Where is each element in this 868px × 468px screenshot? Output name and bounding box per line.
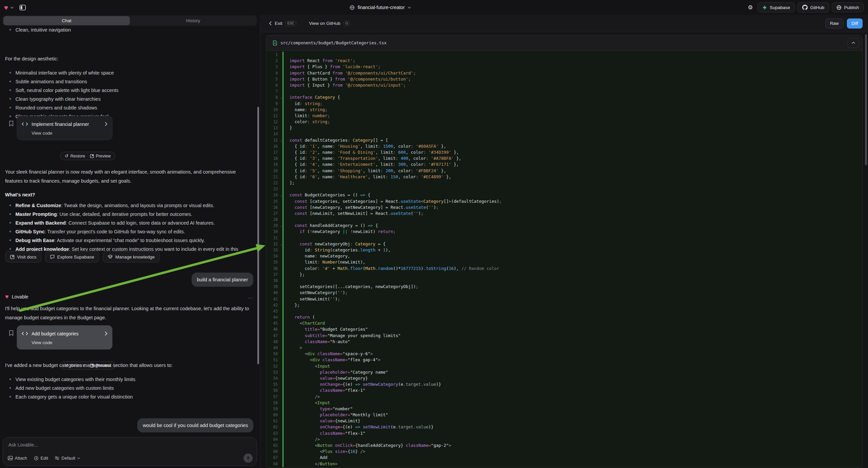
code-line: 42 }; xyxy=(266,302,862,308)
settings-button[interactable]: ⚙ xyxy=(746,2,755,12)
code-scrollbar[interactable] xyxy=(865,34,867,165)
user-message-bubble: would be cool if you could add budget ca… xyxy=(137,418,253,432)
list-item: Debug with Ease: Activate our experiment… xyxy=(5,236,251,245)
code-line: 55 onChange={(e) => setNewCategory(e.tar… xyxy=(266,381,862,387)
image-icon xyxy=(8,456,13,460)
version-card-title: Add budget categories xyxy=(32,331,101,337)
chat-action-buttons: Visit docs Explore Supabase Manage knowl… xyxy=(5,251,160,263)
code-line: 66 <Plus size={16} /> xyxy=(266,448,862,455)
code-line: 39 setCategories([...categories, newCate… xyxy=(266,284,862,290)
code-line: 52 <Input xyxy=(266,363,862,369)
chat-input[interactable] xyxy=(8,442,251,447)
code-line: 16 { id: '1', name: 'Housing', limit: 15… xyxy=(266,143,862,149)
diff-file-card: src/components/budget/BudgetCategories.t… xyxy=(266,35,863,468)
tab-history[interactable]: History xyxy=(130,16,256,25)
view-code-link[interactable]: View code xyxy=(22,128,107,138)
attach-button[interactable]: Attach xyxy=(8,456,27,461)
added-bullet-list: View existing budget categories with the… xyxy=(5,375,251,401)
file-header[interactable]: src/components/budget/BudgetCategories.t… xyxy=(266,35,862,51)
code-line: 22]; xyxy=(266,180,862,186)
chevron-down-icon xyxy=(408,6,411,9)
send-button[interactable] xyxy=(244,454,253,463)
user-message-bubble: build a financial planner xyxy=(192,273,253,287)
list-item: Minimalist interface with plenty of whit… xyxy=(5,68,251,77)
diff-toggle-button[interactable]: Diff xyxy=(847,19,863,29)
supabase-button[interactable]: Supabase xyxy=(757,2,795,12)
target-icon xyxy=(34,456,39,461)
explore-supabase-button[interactable]: Explore Supabase xyxy=(45,251,99,263)
code-line: 56 className="flex-1" xyxy=(266,387,862,393)
code-toolbar: Exit ESC View on GitHub G Raw Diff xyxy=(260,15,868,32)
code-line: 10 name: string; xyxy=(266,107,862,113)
code-line: 40 setNewCategory(''); xyxy=(266,290,862,296)
bookmark-icon[interactable] xyxy=(9,330,14,336)
chat-history-tabs: Chat History xyxy=(3,16,257,26)
assistant-name: Lovable xyxy=(12,294,28,299)
list-item: Master Prompting: Use clear, detailed, a… xyxy=(5,210,251,218)
version-card-implement-financial-planner[interactable]: Implement financial planner View code xyxy=(17,116,113,140)
ready-paragraph: Your sleek financial planner is now read… xyxy=(5,168,251,186)
code-line: 26 const [newCategory, setNewCategory] =… xyxy=(266,204,862,210)
exit-button[interactable]: Exit ESC xyxy=(269,21,296,26)
code-line: 15⌄const defaultCategories: Category[] =… xyxy=(266,137,862,143)
project-name: financial-future-creator xyxy=(358,5,405,10)
code-line: 36 color: '#' + Math.floor(Math.random()… xyxy=(266,266,862,272)
collapse-file-button[interactable] xyxy=(847,38,859,48)
chat-panel: Chat History Clean, intuitive navigation… xyxy=(0,15,260,468)
code-line: 8⌄interface Category { xyxy=(266,94,862,100)
view-code-link[interactable]: View code xyxy=(22,338,107,347)
code-line: 45 <ChartCard xyxy=(266,320,862,326)
code-icon xyxy=(22,332,28,335)
gear-icon: ⚙ xyxy=(748,4,753,11)
code-line: 50 <div className="space-y-6"> xyxy=(266,351,862,357)
raw-toggle-button[interactable]: Raw xyxy=(826,19,843,29)
top-bar: ♥ financial-future-creator ⚙ Supabase Gi… xyxy=(0,0,868,15)
publish-button[interactable]: Publish xyxy=(832,2,864,12)
edit-button[interactable]: Edit xyxy=(34,456,48,461)
view-on-github-button[interactable]: View on GitHub G xyxy=(309,21,350,26)
tab-chat[interactable]: Chat xyxy=(3,16,130,25)
supabase-icon xyxy=(762,5,767,10)
assistant-header: ♥ Lovable … xyxy=(5,293,253,300)
chevron-left-icon xyxy=(269,21,272,26)
added-paragraph: I've added a new budget categories manag… xyxy=(5,361,251,370)
code-line: 33 id: String(categories.length + 1), xyxy=(266,247,862,253)
project-switcher[interactable]: financial-future-creator xyxy=(350,0,411,15)
list-item: Soft, neutral color palette with light b… xyxy=(5,86,251,95)
code-line: 53 placeholder="Category name" xyxy=(266,369,862,375)
list-item: Clean, intuitive navigation xyxy=(5,26,251,34)
code-line: 23 xyxy=(266,186,862,192)
code-line: 64 /> xyxy=(266,436,862,442)
code-panel: Exit ESC View on GitHub G Raw Diff src/c… xyxy=(260,15,868,468)
sliders-icon xyxy=(55,456,59,460)
chat-scrollbar[interactable] xyxy=(257,107,259,364)
code-lines: 12import React from 'react';3import { Pl… xyxy=(266,51,862,467)
preview-button[interactable]: Preview xyxy=(90,154,111,158)
github-button[interactable]: GitHub xyxy=(798,2,829,12)
code-line: 38 xyxy=(266,277,862,284)
list-item: Clean typography with clear hierarchies xyxy=(5,95,251,104)
code-line: 43 xyxy=(266,308,862,314)
sidebar-toggle-icon[interactable] xyxy=(20,5,26,10)
mode-selector[interactable]: Default xyxy=(55,456,80,461)
lovable-logo-icon[interactable]: ♥ xyxy=(4,4,8,11)
external-link-icon xyxy=(90,154,94,158)
version-card-add-budget-categories[interactable]: Add budget categories View code xyxy=(17,325,113,350)
code-line: 57 /> xyxy=(266,394,862,400)
list-item: Expand with Backend: Connect Supabase to… xyxy=(5,218,251,227)
version-card-1-wrap: Implement financial planner View code ↺R… xyxy=(0,116,121,163)
code-line: 59 type="number" xyxy=(266,406,862,412)
code-line: 37 }; xyxy=(266,272,862,277)
code-line: 41 setNewLimit(''); xyxy=(266,296,862,302)
list-item: GitHub Sync: Transfer your project's cod… xyxy=(5,227,251,236)
code-line: 29⌄ const handleAddCategory = () => { xyxy=(266,223,862,229)
list-item: Subtle animations and transitions xyxy=(5,77,251,86)
code-line: 18 { id: '3', name: 'Transportation', li… xyxy=(266,155,862,162)
code-line: 67 Add xyxy=(266,455,862,461)
visit-docs-button[interactable]: Visit docs xyxy=(5,251,41,263)
manage-knowledge-button[interactable]: Manage knowledge xyxy=(103,251,160,263)
chevron-down-icon[interactable] xyxy=(10,6,14,9)
restore-button[interactable]: ↺Restore xyxy=(65,154,85,158)
message-menu-icon[interactable]: … xyxy=(248,294,253,299)
bookmark-icon[interactable] xyxy=(9,120,14,126)
